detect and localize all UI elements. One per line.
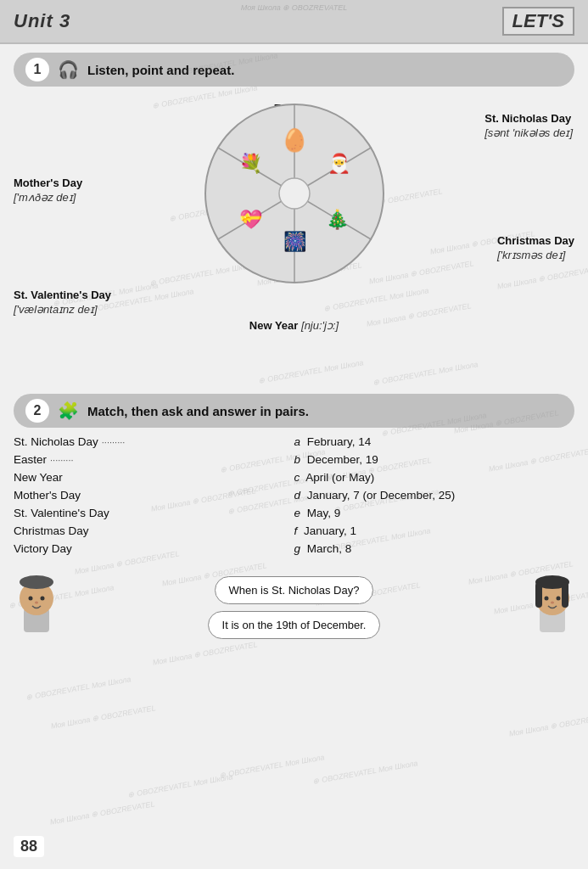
christmas-word: Christmas Day (497, 234, 574, 249)
svg-text:💝: 💝 (238, 208, 262, 231)
section2-bar: 2 🧩 Match, then ask and answer in pairs. (14, 394, 574, 428)
match-exercise: St. Nicholas Day ········· Easter ······… (14, 434, 574, 556)
match-right-column: a February, 14 b December, 19 c April (o… (294, 434, 575, 556)
character-girl (524, 568, 580, 639)
right-value-a: February, 14 (307, 435, 372, 448)
right-item: b December, 19 (294, 452, 575, 467)
right-item: g March, 8 (294, 541, 575, 556)
dialogue-question: When is St. Nicholas Day? (229, 584, 360, 597)
mothers-day-word: Mother's Day (14, 177, 82, 191)
vocabulary-wheel: 🥚 🎅 🎄 🎆 💝 💐 (201, 100, 388, 287)
svg-point-7 (279, 178, 310, 209)
letter-a: a (294, 435, 301, 448)
boy-avatar (8, 568, 64, 636)
vocabulary-area: Easter ['i:stə] St. Nicholas Day [sənt '… (8, 92, 580, 363)
svg-point-16 (20, 575, 53, 589)
valentines-phonetic: ['væləntaɪnz deɪ] (14, 303, 111, 317)
headphones-icon: 🎧 (58, 59, 79, 80)
section2-number: 2 (25, 399, 49, 423)
unit-label: Unit 3 (14, 10, 70, 32)
svg-text:🎄: 🎄 (325, 208, 349, 231)
right-item: a February, 14 (294, 434, 575, 449)
match-left-column: St. Nicholas Day ········· Easter ······… (14, 434, 294, 556)
left-item-7: Victory Day (14, 542, 72, 555)
section2-title: Match, then ask and answer in pairs. (87, 404, 309, 418)
svg-text:🎆: 🎆 (283, 230, 306, 253)
letter-g: g (294, 542, 301, 555)
svg-text:💐: 💐 (238, 152, 262, 175)
right-item: f January, 1 (294, 524, 575, 538)
vocab-new-year: New Year [nju:'jɔ:] (249, 319, 339, 334)
st-nicholas-word: St. Nicholas Day (484, 112, 573, 126)
right-value-g: March, 8 (307, 542, 352, 555)
letter-f: f (294, 524, 298, 537)
dialogue-answer: It is on the 19th of December. (222, 619, 367, 631)
svg-point-25 (545, 597, 549, 601)
svg-point-19 (35, 602, 38, 604)
vocab-st-nicholas: St. Nicholas Day [sənt 'nikələs deɪ] (484, 112, 573, 141)
list-item: New Year (14, 470, 294, 485)
left-item-5: St. Valentine's Day (14, 507, 109, 519)
letter-e: e (294, 507, 301, 519)
right-value-b: December, 19 (307, 453, 378, 466)
valentines-word: St. Valentine's Day (14, 289, 111, 303)
christmas-phonetic: ['krɪsməs deɪ] (497, 249, 574, 263)
dialogue-area: When is St. Nicholas Day? It is on the 1… (8, 568, 580, 639)
answer-bubble: It is on the 19th of December. (208, 611, 381, 639)
header: Unit 3 Моя Школа ⊕ OBOZREVATEL LET'S (0, 0, 588, 44)
right-item: d January, 7 (or December, 25) (294, 488, 575, 502)
wheel-svg: 🥚 🎅 🎄 🎆 💝 💐 (201, 100, 388, 287)
left-item-2: Easter (14, 453, 47, 466)
section1-bar: 1 🎧 Listen, point and repeat. (14, 53, 574, 87)
vocab-valentines: St. Valentine's Day ['væləntaɪnz deɪ] (14, 289, 111, 317)
svg-point-27 (551, 602, 554, 604)
svg-text:🥚: 🥚 (281, 126, 309, 154)
vocab-christmas: Christmas Day ['krɪsməs deɪ] (497, 234, 574, 263)
left-item-3: New Year (14, 471, 63, 484)
left-item-1: St. Nicholas Day (14, 435, 98, 448)
match-table: St. Nicholas Day ········· Easter ······… (14, 434, 574, 556)
svg-rect-23 (535, 582, 542, 608)
girl-avatar (524, 568, 580, 636)
left-item-4: Mother's Day (14, 489, 81, 502)
right-value-e: May, 9 (307, 507, 341, 519)
dots-1: ········· (102, 437, 126, 447)
right-value-d: January, 7 (or December, 25) (307, 489, 456, 502)
mothers-day-phonetic: ['mʌðəz deɪ] (14, 191, 82, 205)
list-item: Easter ········· (14, 452, 294, 467)
vocab-mothers-day: Mother's Day ['mʌðəz deɪ] (14, 177, 82, 205)
right-item: e May, 9 (294, 506, 575, 520)
puzzle-icon: 🧩 (58, 401, 79, 421)
page-number: 88 (14, 836, 44, 857)
lets-label: LET'S (502, 7, 574, 36)
dots-2: ········· (50, 455, 74, 465)
character-boy (8, 568, 64, 639)
new-year-word: New Year (249, 319, 301, 332)
header-watermark: Моя Школа ⊕ OBOZREVATEL (241, 3, 347, 12)
list-item: Mother's Day (14, 488, 294, 502)
svg-point-18 (41, 597, 45, 601)
page: Моя Школа ⊕ OBOZREVATEL⊕ OBOZREVATEL Моя… (0, 0, 588, 869)
list-item: St. Valentine's Day (14, 506, 294, 520)
letter-b: b (294, 453, 301, 466)
right-item: c April (or May) (294, 470, 575, 485)
speech-bubbles: When is St. Nicholas Day? It is on the 1… (69, 576, 519, 639)
new-year-phonetic: [nju:'jɔ:] (301, 319, 339, 332)
question-bubble: When is St. Nicholas Day? (215, 576, 374, 604)
svg-point-26 (557, 597, 561, 601)
svg-text:🎅: 🎅 (327, 152, 350, 175)
right-value-f: January, 1 (304, 524, 356, 537)
st-nicholas-phonetic: [sənt 'nikələs deɪ] (484, 126, 573, 141)
left-item-6: Christmas Day (14, 524, 89, 537)
letter-d: d (294, 489, 301, 502)
right-value-c: April (or May) (305, 471, 374, 484)
svg-point-17 (29, 597, 33, 601)
list-item: Victory Day (14, 541, 294, 556)
list-item: Christmas Day (14, 524, 294, 538)
section1-title: Listen, point and repeat. (87, 63, 234, 77)
list-item: St. Nicholas Day ········· (14, 434, 294, 449)
svg-rect-24 (562, 582, 568, 608)
letter-c: c (294, 471, 300, 484)
section1-number: 1 (25, 58, 49, 81)
